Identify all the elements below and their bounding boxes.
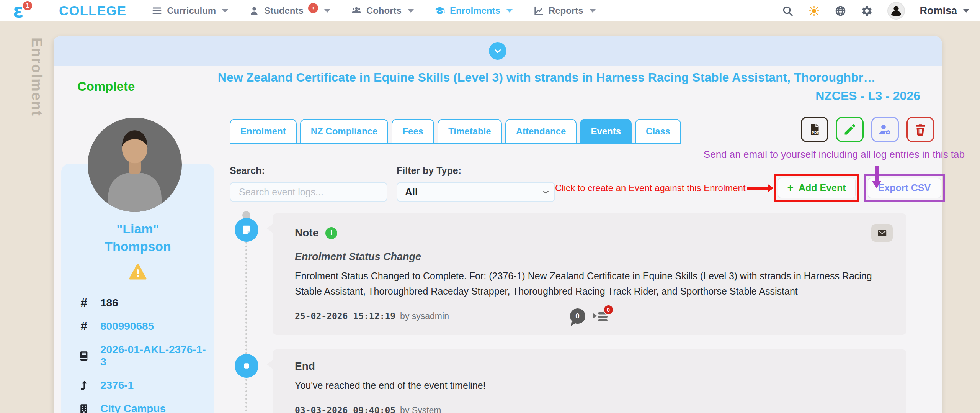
assign-user-button[interactable]: [871, 117, 899, 142]
cohorts-icon: [351, 5, 362, 16]
nav-item-enrolments[interactable]: Enrolments: [434, 5, 513, 16]
chevron-down-icon: [324, 9, 330, 13]
detail-row-programme-code: 2376-1: [61, 374, 214, 397]
add-event-button[interactable]: + Add Event: [778, 178, 856, 198]
warning-icon[interactable]: [61, 263, 214, 280]
gear-icon[interactable]: [861, 5, 873, 17]
nav-item-curriculum[interactable]: Curriculum: [152, 5, 228, 16]
theme-sun-icon[interactable]: [808, 5, 820, 17]
menu-icon: [152, 5, 162, 16]
email-event-button[interactable]: [871, 224, 893, 242]
event-timeline: Note ! Enrolment Status Change Enrolment…: [230, 213, 934, 413]
chevron-down-icon: [963, 9, 969, 13]
delete-enrolment-button[interactable]: [906, 117, 934, 142]
main-menu: Curriculum Students ! Cohorts Enrolments…: [152, 5, 595, 16]
chevron-down-icon: [222, 9, 228, 13]
globe-icon[interactable]: [835, 5, 846, 17]
event-timestamp: 03-03-2026 09:40:05: [295, 405, 395, 413]
trash-icon: [913, 123, 927, 136]
collapse-banner-button[interactable]: [489, 42, 506, 60]
book-icon: [78, 350, 90, 362]
event-footer: 25-02-2026 15:12:19 by sysadmin 0 0: [295, 307, 893, 325]
student-photo: [88, 118, 182, 212]
building-icon: [78, 403, 90, 413]
reports-chart-icon: [533, 5, 544, 16]
nav-item-reports[interactable]: Reports: [533, 5, 596, 16]
detail-value-link[interactable]: City Campus: [100, 403, 166, 413]
navbar-actions: Romisa: [782, 2, 969, 20]
event-footer-icons: 0 0: [570, 308, 609, 324]
user-gear-icon: [878, 123, 892, 136]
log-list-icon[interactable]: 0: [592, 308, 609, 324]
export-pdf-button[interactable]: PDF: [801, 117, 828, 142]
event-type-title: Note: [295, 227, 318, 239]
level-up-icon: [78, 380, 90, 391]
tab-nz-compliance[interactable]: NZ Compliance: [300, 119, 389, 143]
tab-events[interactable]: Events: [580, 119, 632, 143]
tab-fees[interactable]: Fees: [392, 119, 434, 143]
course-title-line1: New Zealand Certificate in Equine Skills…: [173, 68, 920, 87]
tab-attendance[interactable]: Attendance: [505, 119, 577, 143]
enrolment-status-badge: Complete: [77, 79, 173, 94]
detail-row-enrolment-id: # 186: [61, 292, 214, 315]
search-input[interactable]: [230, 182, 387, 202]
students-alert-badge: !: [308, 3, 318, 13]
enrolment-card: Complete New Zealand Certificate in Equi…: [54, 36, 942, 413]
export-csv-annotation-text: Send an email to yourself including all …: [704, 149, 965, 161]
svg-text:PDF: PDF: [812, 130, 819, 134]
chevron-down-icon: [541, 187, 550, 197]
tab-enrolment[interactable]: Enrolment: [230, 119, 297, 143]
event-footer: 03-03-2026 09:40:05 by System: [295, 402, 893, 413]
annotation-red-box: + Add Event: [774, 174, 859, 202]
tab-class[interactable]: Class: [635, 119, 681, 143]
brand-title: COLLEGE: [59, 3, 126, 18]
annotation-purple-arrow-icon: [875, 166, 879, 182]
nav-item-label: Cohorts: [366, 5, 402, 16]
search-icon[interactable]: [782, 5, 794, 17]
end-event-header: End: [295, 360, 893, 372]
annotation-red-text: Click to create an Event against this En…: [555, 183, 746, 193]
timeline-entry-note: Note ! Enrolment Status Change Enrolment…: [230, 213, 934, 335]
tab-bar: Enrolment NZ Compliance Fees Timetable A…: [230, 119, 681, 144]
envelope-icon: [877, 228, 887, 238]
nav-item-students[interactable]: Students !: [249, 5, 330, 16]
filter-type-group: Filter by Type: All: [397, 165, 555, 202]
hash-icon: #: [78, 321, 90, 332]
tabs-row: Enrolment NZ Compliance Fees Timetable A…: [230, 117, 934, 144]
event-filter-row: Search: Filter by Type: All Click to cre…: [230, 165, 934, 202]
card-banner: [54, 36, 942, 66]
event-body-text: Enrolment Status Changed to Complete. Fo…: [295, 268, 893, 299]
chevron-down-icon: [408, 9, 414, 13]
record-action-buttons: PDF: [801, 117, 934, 144]
detail-value-link[interactable]: 2026-01-AKL-2376-1-3: [100, 344, 207, 368]
timeline-entry-end: End You've reached the end of the event …: [230, 349, 934, 413]
detail-value: 186: [100, 297, 118, 309]
plus-icon: +: [787, 183, 794, 193]
top-navbar: ε 1 COLLEGE Curriculum Students ! Cohort…: [0, 0, 980, 21]
detail-value-link[interactable]: 2376-1: [100, 379, 134, 392]
nav-item-label: Students: [264, 5, 304, 16]
tab-timetable[interactable]: Timetable: [438, 119, 502, 143]
note-event-card: Note ! Enrolment Status Change Enrolment…: [273, 213, 906, 335]
add-event-label: Add Event: [799, 182, 846, 193]
pdf-file-icon: PDF: [808, 123, 822, 136]
student-name-line1: "Liam": [61, 220, 214, 238]
logo-glyph-icon: ε: [13, 0, 24, 21]
app-logo[interactable]: ε 1: [11, 0, 38, 21]
chevron-down-icon: [590, 9, 596, 13]
edit-enrolment-button[interactable]: [836, 117, 864, 142]
card-header: Complete New Zealand Certificate in Equi…: [54, 66, 942, 108]
user-menu[interactable]: Romisa: [920, 5, 969, 17]
chevron-down-icon: [493, 46, 503, 56]
nav-item-label: Enrolments: [450, 5, 500, 16]
stop-icon: [235, 354, 258, 378]
course-code: NZCES - L3 - 2026: [173, 87, 920, 105]
nav-item-cohorts[interactable]: Cohorts: [351, 5, 414, 16]
search-group: Search:: [230, 165, 387, 202]
comments-bubble-icon[interactable]: 0: [570, 308, 585, 324]
note-info-icon: !: [325, 227, 337, 239]
filter-type-select[interactable]: All: [397, 182, 555, 202]
detail-value-link[interactable]: 800990685: [100, 320, 154, 333]
user-avatar[interactable]: [887, 2, 905, 20]
graduation-cap-icon: [434, 5, 445, 16]
